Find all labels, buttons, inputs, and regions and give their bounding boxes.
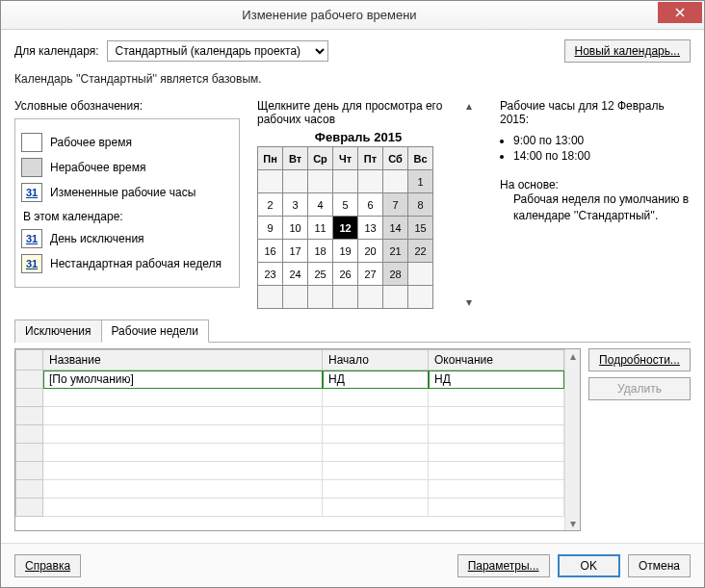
calendar-day[interactable]: 22 [408,240,433,263]
col-start[interactable]: Начало [323,350,429,371]
workweeks-grid[interactable]: Название Начало Окончание [По умолчанию]… [14,348,581,531]
grid-cell-end[interactable] [429,389,564,407]
calendar-day[interactable]: 9 [258,217,283,240]
grid-cell-end[interactable] [429,425,564,444]
calendar-day[interactable]: 28 [383,263,408,286]
calendar-day[interactable]: 5 [333,193,358,217]
calendar-day [283,170,308,193]
grid-cell-end[interactable] [429,444,564,462]
calendar-month: Февраль 2015 [257,130,459,144]
tab-exceptions[interactable]: Исключения [14,320,102,343]
row-header[interactable] [16,371,43,389]
row-header[interactable] [16,480,43,499]
scroll-down-icon[interactable]: ▾ [466,295,472,309]
grid-cell-name[interactable] [43,499,323,517]
calendar-day[interactable]: 6 [358,193,383,217]
legend-title: Условные обозначения: [14,99,240,113]
calendar-day[interactable]: 19 [333,240,358,263]
options-button[interactable]: Параметры... [457,554,550,577]
calendar-day[interactable]: 20 [358,240,383,263]
calendar-day[interactable]: 26 [333,263,358,286]
col-name[interactable]: Название [43,350,323,371]
row-header[interactable] [16,462,43,480]
row-header[interactable] [16,444,43,462]
calendar-day [358,170,383,193]
details-button[interactable]: Подробности... [588,348,691,371]
grid-scrollbar[interactable]: ▴▾ [564,349,580,530]
grid-cell-name[interactable] [43,462,323,480]
calendar-day [333,286,358,309]
grid-cell-start[interactable] [323,462,429,480]
grid-cell-start[interactable] [323,389,429,407]
calendar-day[interactable]: 3 [283,193,308,217]
grid-cell-name[interactable] [43,480,323,499]
grid-cell-end[interactable] [429,480,564,499]
calendar-day[interactable]: 25 [308,263,333,286]
based-on-label: На основе: [500,178,691,192]
calendar-day [408,286,433,309]
tab-workweeks[interactable]: Рабочие недели [101,320,210,343]
cancel-button[interactable]: Отмена [628,554,691,577]
grid-cell-end[interactable] [429,499,564,517]
grid-cell-name[interactable] [43,389,323,407]
calendar-day[interactable]: 11 [308,217,333,240]
calendar-day[interactable]: 2 [258,193,283,217]
working-hours-info: Рабочие часы для 12 Февраль 2015: 9:00 п… [494,99,691,309]
calendar-select[interactable]: Стандартный (календарь проекта) [107,40,328,62]
help-button[interactable]: Справка [14,554,81,577]
ok-button[interactable]: OK [558,554,620,577]
calendar-day[interactable]: 13 [358,217,383,240]
dow-header: Чт [333,147,358,170]
calendar-day[interactable]: 4 [308,193,333,217]
row-header[interactable] [16,407,43,425]
calendar-day[interactable]: 12 [333,217,358,240]
grid-cell-start[interactable] [323,499,429,517]
for-calendar-label: Для календаря: [14,44,99,58]
grid-cell-name[interactable]: [По умолчанию] [43,371,323,389]
col-end[interactable]: Окончание [429,350,564,371]
window-title: Изменение рабочего времени [1,8,658,22]
calendar-day[interactable]: 8 [408,193,433,217]
calendar-day[interactable]: 15 [408,217,433,240]
grid-cell-end[interactable] [429,407,564,425]
grid-cell-start[interactable] [323,480,429,499]
grid-cell-start[interactable] [323,425,429,444]
calendar-day[interactable]: 10 [283,217,308,240]
calendar-day[interactable]: 17 [283,240,308,263]
grid-cell-name[interactable] [43,407,323,425]
row-header[interactable] [16,499,43,517]
row-header[interactable] [16,389,43,407]
calendar-day[interactable]: 24 [283,263,308,286]
legend-exception-label: День исключения [50,232,144,245]
grid-cell-start[interactable] [323,444,429,462]
scroll-up-icon[interactable]: ▴ [466,99,472,113]
dow-header: Вт [283,147,308,170]
grid-cell-end[interactable] [429,462,564,480]
swatch-nonworking [21,158,42,177]
calendar-day[interactable]: 21 [383,240,408,263]
calendar-day[interactable]: 27 [358,263,383,286]
calendar-day [358,286,383,309]
calendar-day[interactable]: 16 [258,240,283,263]
base-calendar-text: Календарь ''Стандартный'' является базов… [14,72,691,86]
dow-header: Сб [383,147,408,170]
calendar-grid[interactable]: ПнВтСрЧтПтСбВс 1234567891011121314151617… [257,146,433,309]
row-header-col [16,350,43,371]
close-button[interactable] [658,2,702,23]
grid-cell-end[interactable]: НД [429,371,564,389]
calendar-day[interactable]: 14 [383,217,408,240]
calendar-day[interactable]: 7 [383,193,408,217]
dow-header: Ср [308,147,333,170]
info-heading: Рабочие часы для 12 Февраль 2015: [500,99,691,126]
calendar-day[interactable]: 1 [408,170,433,193]
calendar-scrollbar[interactable]: ▴ ▾ [461,99,477,309]
calendar-day [333,170,358,193]
grid-cell-start[interactable] [323,407,429,425]
calendar-day[interactable]: 18 [308,240,333,263]
grid-cell-start[interactable]: НД [323,371,429,389]
row-header[interactable] [16,425,43,444]
new-calendar-button[interactable]: Новый календарь... [564,39,691,63]
grid-cell-name[interactable] [43,444,323,462]
calendar-day[interactable]: 23 [258,263,283,286]
grid-cell-name[interactable] [43,425,323,444]
